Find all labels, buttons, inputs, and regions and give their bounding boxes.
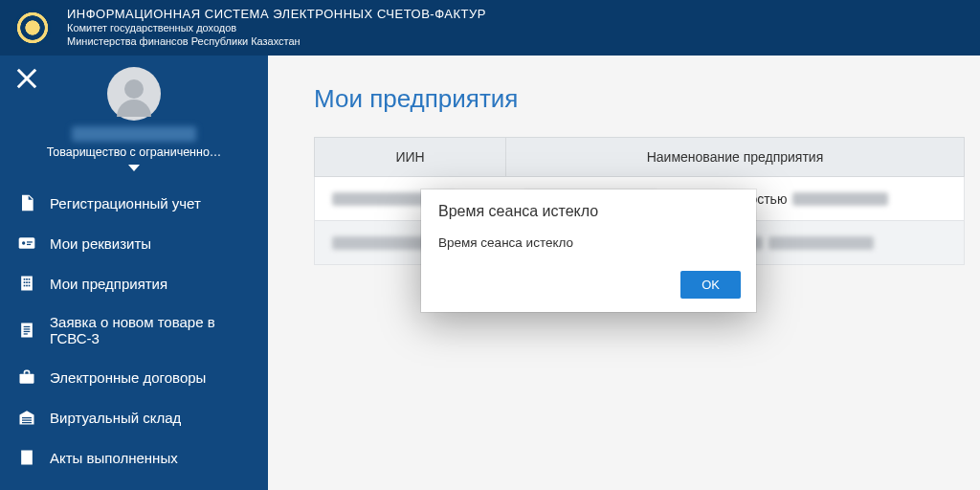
sidebar-item-registration[interactable]: Регистрационный учет	[0, 183, 268, 223]
sidebar-item-label: Электронные договоры	[50, 369, 206, 386]
svg-rect-2	[24, 207, 29, 208]
building-icon	[17, 274, 36, 293]
blurred-value	[768, 236, 874, 250]
user-name-blurred	[72, 126, 196, 142]
sidebar-item-label: Регистрационный учет	[50, 195, 201, 212]
sidebar-item-acts[interactable]: Акты выполненных	[0, 437, 268, 478]
sidebar-item-contracts[interactable]: Электронные договоры	[0, 357, 268, 397]
svg-rect-11	[24, 281, 26, 283]
sidebar-item-requisites[interactable]: Мои реквизиты	[0, 223, 268, 263]
sidebar-item-label: Мои предприятия	[50, 276, 167, 292]
svg-rect-3	[19, 237, 35, 249]
chevron-down-icon[interactable]	[128, 165, 140, 171]
svg-rect-22	[20, 374, 34, 384]
svg-rect-1	[24, 205, 32, 206]
dialog-message: Время сеанса истекло	[421, 230, 756, 271]
sidebar-nav: Регистрационный учет Мои реквизиты Мои п…	[0, 183, 268, 478]
svg-rect-8	[24, 278, 26, 280]
svg-point-4	[22, 241, 25, 244]
svg-rect-21	[24, 333, 28, 334]
svg-rect-12	[26, 281, 28, 283]
svg-rect-17	[21, 323, 33, 338]
briefcase-icon	[17, 368, 36, 387]
svg-rect-25	[22, 422, 32, 423]
svg-rect-19	[24, 328, 31, 329]
top-header: ИНФОРМАЦИОННАЯ СИСТЕМА ЭЛЕКТРОННЫХ СЧЕТО…	[0, 0, 980, 56]
sidebar-item-label: Акты выполненных	[50, 450, 178, 466]
sidebar-item-label: Виртуальный склад	[50, 410, 181, 426]
form-icon	[17, 321, 36, 340]
document-icon	[17, 448, 36, 467]
svg-rect-20	[24, 331, 31, 332]
sidebar: Товарищество с ограниченно… Регистрацион…	[0, 56, 268, 490]
sidebar-item-new-goods[interactable]: Заявка о новом товаре в ГСВС-3	[0, 303, 268, 357]
close-icon[interactable]	[13, 65, 40, 92]
sidebar-profile: Товарищество с ограниченно…	[0, 56, 268, 183]
col-name: Наименование предприятия	[506, 138, 964, 176]
svg-rect-10	[29, 278, 31, 280]
svg-rect-16	[29, 285, 31, 287]
svg-rect-26	[21, 451, 33, 465]
sidebar-item-label: Мои реквизиты	[50, 235, 151, 252]
header-subtitle-2: Министерства финансов Республики Казахст…	[67, 35, 486, 49]
sidebar-item-warehouse[interactable]: Виртуальный склад	[0, 397, 268, 437]
avatar	[107, 67, 161, 121]
table-header: ИИН Наименование предприятия	[314, 137, 965, 177]
header-subtitle-1: Комитет государственных доходов	[67, 22, 486, 35]
svg-rect-9	[26, 278, 28, 280]
svg-rect-6	[27, 244, 31, 245]
blurred-value	[792, 192, 888, 206]
svg-rect-18	[24, 326, 31, 327]
warehouse-icon	[17, 408, 36, 427]
card-icon	[17, 234, 36, 253]
document-icon	[17, 193, 36, 212]
svg-rect-23	[22, 417, 32, 418]
svg-rect-5	[27, 241, 33, 242]
col-iin: ИИН	[315, 138, 506, 176]
svg-rect-24	[22, 420, 32, 421]
emblem-icon	[13, 9, 52, 47]
dialog-title: Время сеанса истекло	[421, 189, 756, 230]
svg-rect-14	[24, 285, 26, 287]
system-title: ИНФОРМАЦИОННАЯ СИСТЕМА ЭЛЕКТРОННЫХ СЧЕТО…	[67, 7, 486, 22]
sidebar-item-label: Заявка о новом товаре в ГСВС-3	[50, 314, 251, 346]
org-type-label: Товарищество с ограниченно…	[13, 145, 255, 159]
page-title: Мои предприятия	[268, 56, 980, 137]
svg-rect-13	[29, 281, 31, 283]
header-text-block: ИНФОРМАЦИОННАЯ СИСТЕМА ЭЛЕКТРОННЫХ СЧЕТО…	[67, 7, 486, 49]
svg-rect-0	[24, 202, 32, 203]
svg-rect-15	[26, 285, 28, 287]
sidebar-item-enterprises[interactable]: Мои предприятия	[0, 263, 268, 303]
ok-button[interactable]: OK	[680, 271, 741, 299]
session-expired-dialog: Время сеанса истекло Время сеанса истекл…	[421, 189, 756, 312]
